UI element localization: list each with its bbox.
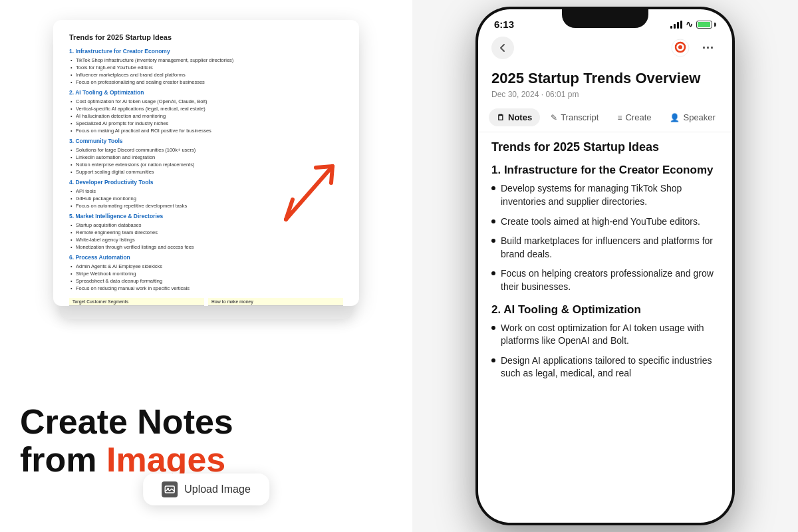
status-time: 6:13 [494, 19, 514, 30]
wifi-icon: ∿ [686, 19, 693, 29]
doc-bullet: White-label agency listings [76, 237, 343, 243]
transcript-tab-icon: ✎ [551, 113, 557, 122]
app-logo-button[interactable] [670, 37, 691, 59]
doc-section-header: 1. Infrastructure for Creator Economy [69, 48, 343, 55]
tab-create-label: Create [625, 112, 651, 122]
note-section-title: Trends for 2025 Startup Ideas [491, 140, 719, 154]
right-panel: 6:13 ∿ [412, 0, 798, 532]
note-bullet: Focus on helping creators professionaliz… [491, 267, 719, 293]
speaker-tab-icon: 👤 [670, 113, 680, 122]
note-tabs: 🗒 Notes ✎ Transcript ≡ Create 👤 Speaker [478, 103, 732, 132]
phone-frame: 6:13 ∿ [475, 7, 735, 525]
doc-card-title: Trends for 2025 Startup Ideas [69, 33, 343, 41]
notes-tab-icon: 🗒 [497, 113, 505, 122]
note-bullet: Develop systems for managing TikTok Shop… [491, 182, 719, 208]
upload-icon [162, 481, 178, 497]
tab-notes[interactable]: 🗒 Notes [489, 108, 540, 126]
doc-bullet: Spreadsheet & data cleanup formatting [76, 278, 343, 284]
doc-bullet: Solutions for large Discord communities … [76, 147, 343, 153]
tab-create[interactable]: ≡ Create [609, 108, 659, 126]
doc-section-header: 2. AI Tooling & Optimization [69, 89, 343, 96]
doc-bullet: Focus on making AI practical and ROI pos… [76, 128, 343, 134]
doc-bullet: TikTok Shop infrastructure (inventory ma… [76, 57, 343, 63]
doc-section-header: 6. Process Automation [69, 254, 343, 261]
note-h2-2: 2. AI Tooling & Optimization [491, 303, 719, 317]
doc-bullet: Influencer marketplaces and brand deal p… [76, 72, 343, 78]
phone-nav: ··· [478, 33, 732, 65]
bullet-dot [491, 239, 495, 243]
bullet-dot [491, 186, 495, 190]
doc-bullet: Specialized AI prompts for industry nich… [76, 120, 343, 126]
hero-line1: Create Notes [20, 403, 233, 441]
bullet-dot [491, 358, 495, 362]
doc-bullet: Stripe Webhook monitoring [76, 271, 343, 277]
note-date: Dec 30, 2024 · 06:01 pm [491, 90, 719, 99]
upload-image-button[interactable]: Upload Image [143, 473, 269, 505]
doc-bullet: Cost optimization for AI token usage (Op… [76, 98, 343, 104]
create-tab-icon: ≡ [617, 113, 622, 122]
doc-bullet: Focus on reducing manual work in specifi… [76, 285, 343, 291]
note-bullet: Build marketplaces for influencers and p… [491, 235, 719, 261]
tab-notes-label: Notes [508, 112, 532, 122]
battery-icon [696, 21, 716, 29]
table-header-1: Target Customer Segments [69, 298, 204, 306]
signal-icon [670, 21, 682, 29]
status-icons: ∿ [670, 19, 716, 29]
bullet-dot [491, 219, 495, 223]
phone-screen: 6:13 ∿ [478, 9, 732, 523]
doc-bullet: Monetization through verified listings a… [76, 244, 343, 250]
doc-table: Target Customer Segments High-growth sta… [69, 298, 343, 306]
left-panel: Trends for 2025 Startup Ideas 1. Infrast… [0, 0, 412, 532]
note-h2-1: 1. Infrastructure for the Creator Econom… [491, 164, 719, 177]
svg-rect-0 [165, 486, 174, 493]
doc-bullet: Tools for high-end YouTube editors [76, 65, 343, 70]
note-header: 2025 Startup Trends Overview Dec 30, 202… [478, 65, 732, 103]
nav-actions: ··· [670, 37, 719, 59]
table-header-2: How to make money [208, 298, 343, 306]
note-body: Trends for 2025 Startup Ideas 1. Infrast… [478, 132, 732, 493]
tab-speaker[interactable]: 👤 Speaker [662, 108, 723, 126]
doc-bullet: AI hallucination detection and monitorin… [76, 113, 343, 119]
bullet-dot [491, 271, 495, 275]
doc-bullet: Vertical-specific AI applications (legal… [76, 106, 343, 112]
svg-point-3 [678, 45, 682, 49]
tab-transcript-label: Transcript [561, 112, 598, 122]
phone-notch [562, 7, 648, 28]
note-bullet: Work on cost optimization for AI token u… [491, 322, 719, 348]
back-button[interactable] [491, 37, 514, 59]
doc-section-header: 3. Community Tools [69, 138, 343, 144]
note-title: 2025 Startup Trends Overview [491, 70, 719, 87]
tab-speaker-label: Speaker [683, 112, 715, 122]
tab-transcript[interactable]: ✎ Transcript [543, 108, 606, 126]
doc-bullet: Admin Agents & AI Employee sidekicks [76, 263, 343, 269]
hero-text: Create Notes from Images [20, 403, 233, 479]
arrow [273, 153, 352, 235]
doc-bullet: Focus on professionalizing and scaling c… [76, 79, 343, 85]
note-bullet: Design AI applications tailored to speci… [491, 354, 719, 380]
more-options-button[interactable]: ··· [698, 37, 719, 59]
bullet-dot [491, 326, 495, 330]
document-mockup: Trends for 2025 Startup Ideas 1. Infrast… [40, 20, 372, 339]
note-bullet: Create tools aimed at high-end YouTube e… [491, 215, 719, 229]
